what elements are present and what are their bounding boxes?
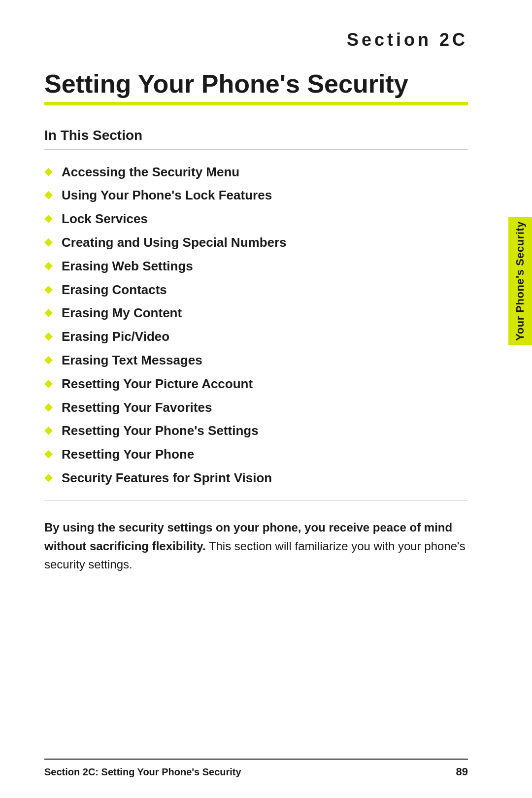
page-container: Your Phone's Security Section 2C Setting… — [0, 0, 532, 798]
bullet-diamond-icon: ◆ — [44, 353, 53, 366]
toc-item-label: Security Features for Sprint Vision — [62, 470, 272, 487]
bullet-diamond-icon: ◆ — [44, 283, 53, 296]
bullet-diamond-icon: ◆ — [44, 424, 53, 436]
title-rule — [44, 102, 468, 105]
toc-item: ◆Erasing Text Messages — [44, 352, 468, 369]
toc-item: ◆Erasing Web Settings — [44, 258, 468, 275]
toc-item-label: Accessing the Security Menu — [62, 164, 239, 181]
toc-item-label: Resetting Your Picture Account — [62, 376, 253, 393]
toc-item-label: Erasing Pic/Video — [62, 329, 169, 345]
bullet-diamond-icon: ◆ — [44, 447, 53, 460]
toc-item: ◆Erasing Pic/Video — [44, 329, 468, 345]
toc-item-label: Resetting Your Phone's Settings — [62, 423, 259, 439]
toc-item-label: Resetting Your Favorites — [62, 399, 212, 416]
bullet-diamond-icon: ◆ — [44, 235, 53, 248]
toc-item-label: Erasing My Content — [62, 305, 182, 322]
in-this-section-heading: In This Section — [44, 128, 468, 143]
toc-item: ◆Erasing My Content — [44, 305, 468, 322]
page-title: Setting Your Phone's Security — [44, 70, 468, 98]
toc-item-label: Erasing Text Messages — [62, 352, 202, 369]
toc-item: ◆Security Features for Sprint Vision — [44, 470, 468, 487]
bullet-diamond-icon: ◆ — [44, 259, 53, 272]
side-tab: Your Phone's Security — [508, 217, 532, 345]
side-tab-text: Your Phone's Security — [514, 221, 527, 341]
description-paragraph: By using the security settings on your p… — [44, 518, 468, 573]
bullet-diamond-icon: ◆ — [44, 330, 53, 342]
bullet-diamond-icon: ◆ — [44, 306, 53, 319]
bullet-diamond-icon: ◆ — [44, 377, 53, 390]
bullet-diamond-icon: ◆ — [44, 471, 53, 484]
bottom-rule — [44, 500, 468, 501]
toc-item: ◆Accessing the Security Menu — [44, 164, 468, 181]
page-number: 89 — [456, 765, 468, 778]
toc-item-label: Using Your Phone's Lock Features — [62, 187, 272, 204]
section-label: Section 2C — [44, 30, 468, 50]
page-footer: Section 2C: Setting Your Phone's Securit… — [44, 759, 468, 778]
toc-item-label: Creating and Using Special Numbers — [62, 234, 287, 251]
toc-item: ◆Resetting Your Phone — [44, 446, 468, 463]
toc-item-label: Erasing Contacts — [62, 282, 167, 299]
toc-item: ◆Erasing Contacts — [44, 282, 468, 299]
bullet-diamond-icon: ◆ — [44, 400, 53, 413]
toc-item: ◆Resetting Your Picture Account — [44, 376, 468, 393]
main-content: Section 2C Setting Your Phone's Security… — [0, 0, 532, 603]
bullet-diamond-icon: ◆ — [44, 212, 53, 225]
toc-item: ◆Creating and Using Special Numbers — [44, 234, 468, 251]
toc-list: ◆Accessing the Security Menu◆Using Your … — [44, 164, 468, 487]
toc-item: ◆Using Your Phone's Lock Features — [44, 187, 468, 204]
toc-item-label: Resetting Your Phone — [62, 446, 194, 463]
bullet-diamond-icon: ◆ — [44, 188, 53, 201]
toc-item-label: Lock Services — [62, 211, 148, 228]
toc-item-label: Erasing Web Settings — [62, 258, 193, 275]
section-intro-rule — [44, 149, 468, 150]
footer-left-text: Section 2C: Setting Your Phone's Securit… — [44, 766, 241, 778]
bullet-diamond-icon: ◆ — [44, 165, 53, 178]
toc-item: ◆Resetting Your Phone's Settings — [44, 423, 468, 439]
toc-item: ◆Resetting Your Favorites — [44, 399, 468, 416]
toc-item: ◆Lock Services — [44, 211, 468, 228]
